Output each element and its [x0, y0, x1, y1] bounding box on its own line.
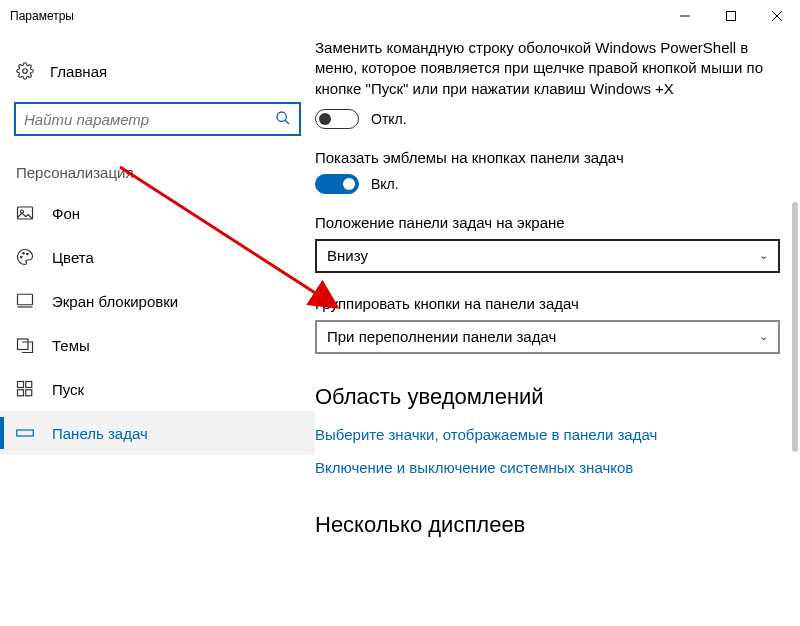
position-value: Внизу: [327, 247, 368, 264]
svg-point-10: [23, 253, 25, 255]
toggle-on-label: Вкл.: [371, 176, 399, 192]
sidebar-item-themes[interactable]: Темы: [0, 323, 315, 367]
lockscreen-icon: [16, 292, 34, 310]
sidebar-item-background[interactable]: Фон: [0, 191, 315, 235]
svg-rect-18: [26, 390, 32, 396]
chevron-down-icon: ⌄: [759, 330, 768, 343]
svg-rect-15: [18, 382, 24, 388]
search-input-container[interactable]: [14, 102, 301, 136]
themes-icon: [16, 336, 34, 354]
sidebar-item-label: Панель задач: [52, 425, 148, 442]
system-icons-link[interactable]: Включение и выключение системных значков: [315, 459, 780, 476]
home-nav[interactable]: Главная: [0, 54, 315, 88]
svg-point-5: [277, 112, 286, 121]
svg-line-6: [285, 120, 289, 124]
sidebar-item-label: Темы: [52, 337, 90, 354]
start-icon: [16, 380, 34, 398]
search-input[interactable]: [24, 111, 275, 128]
main-panel: Заменить командную строку оболочкой Wind…: [315, 32, 800, 626]
svg-rect-17: [18, 390, 24, 396]
taskbar-icon: [16, 424, 34, 442]
sidebar-item-taskbar[interactable]: Панель задач: [0, 411, 315, 455]
group-dropdown[interactable]: При переполнении панели задач ⌄: [315, 320, 780, 354]
svg-rect-1: [727, 12, 736, 21]
svg-point-9: [21, 256, 23, 258]
svg-point-11: [27, 253, 29, 255]
position-label: Положение панели задач на экране: [315, 214, 780, 231]
scrollbar-thumb[interactable]: [792, 202, 798, 452]
title-bar: Параметры: [0, 0, 800, 32]
palette-icon: [16, 248, 34, 266]
minimize-button[interactable]: [662, 0, 708, 32]
group-label: Группировать кнопки на панели задач: [315, 295, 780, 312]
svg-rect-12: [18, 294, 33, 305]
picture-icon: [16, 204, 34, 222]
toggle-badges[interactable]: [315, 174, 359, 194]
notification-area-heading: Область уведомлений: [315, 384, 780, 410]
home-label: Главная: [50, 63, 107, 80]
sidebar-item-colors[interactable]: Цвета: [0, 235, 315, 279]
window-title: Параметры: [10, 9, 662, 23]
powershell-description: Заменить командную строку оболочкой Wind…: [315, 38, 780, 99]
multiple-displays-heading: Несколько дисплеев: [315, 512, 780, 538]
svg-rect-19: [17, 430, 34, 436]
svg-rect-14: [18, 339, 29, 350]
svg-rect-16: [26, 382, 32, 388]
sidebar-item-label: Цвета: [52, 249, 94, 266]
group-value: При переполнении панели задач: [327, 328, 556, 345]
sidebar-item-label: Фон: [52, 205, 80, 222]
gear-icon: [16, 62, 34, 80]
select-icons-link[interactable]: Выберите значки, отображаемые в панели з…: [315, 426, 780, 443]
sidebar-item-label: Пуск: [52, 381, 84, 398]
close-button[interactable]: [754, 0, 800, 32]
sidebar: Главная Персонализация Фон Цвета Экран: [0, 32, 315, 626]
toggle-off-label: Откл.: [371, 111, 407, 127]
badges-label: Показать эмблемы на кнопках панели задач: [315, 149, 780, 166]
position-dropdown[interactable]: Внизу ⌄: [315, 239, 780, 273]
sidebar-section-label: Персонализация: [0, 136, 315, 191]
search-icon: [275, 110, 291, 129]
sidebar-item-label: Экран блокировки: [52, 293, 178, 310]
toggle-powershell[interactable]: [315, 109, 359, 129]
sidebar-item-start[interactable]: Пуск: [0, 367, 315, 411]
maximize-button[interactable]: [708, 0, 754, 32]
window-controls: [662, 0, 800, 32]
chevron-down-icon: ⌄: [759, 249, 768, 262]
sidebar-item-lockscreen[interactable]: Экран блокировки: [0, 279, 315, 323]
svg-point-4: [23, 69, 28, 74]
